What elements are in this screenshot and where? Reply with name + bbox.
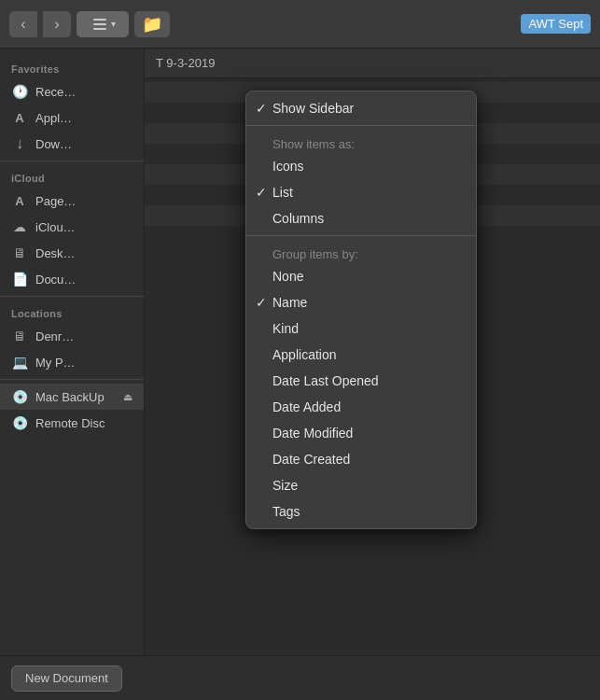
view-dropdown-menu: Show Sidebar Show items as: Icons List C… (245, 91, 477, 529)
bottom-bar: New Document (0, 655, 600, 700)
sidebar-item-my-pc[interactable]: 💻 My P… (0, 349, 144, 375)
menu-item-list[interactable]: List (246, 179, 476, 205)
back-button[interactable]: ‹ (9, 11, 37, 37)
folder-add-icon: 📁 (142, 14, 162, 35)
sidebar-divider-3 (0, 379, 144, 380)
disc-icon: 💿 (11, 388, 28, 405)
menu-label-show-sidebar: Show Sidebar (272, 101, 354, 116)
menu-item-date-created[interactable]: Date Created (246, 446, 476, 472)
toolbar-right: AWT Sept (521, 14, 591, 34)
menu-label-kind: Kind (272, 321, 299, 336)
menu-item-none[interactable]: None (246, 263, 476, 289)
menu-label-tags: Tags (272, 504, 300, 519)
menu-divider-2 (246, 235, 476, 236)
menu-item-kind[interactable]: Kind (246, 315, 476, 342)
laptop-icon: 💻 (11, 354, 28, 371)
menu-item-date-last-opened[interactable]: Date Last Opened (246, 368, 476, 394)
menu-label-size: Size (272, 478, 298, 493)
icloud-section-label: iCloud (0, 165, 144, 188)
sidebar-label-pages: Page… (35, 194, 76, 208)
pages-icon: A (11, 192, 28, 209)
folder-tag: AWT Sept (521, 14, 591, 34)
sidebar: Favorites 🕐 Rece… A Appl… ↓ Dow… iCloud … (0, 49, 145, 655)
sidebar-label-documents: Docu… (35, 273, 76, 287)
menu-label-name: Name (272, 295, 307, 310)
sidebar-label-recents: Rece… (35, 85, 76, 99)
forward-button[interactable]: › (43, 11, 71, 37)
main-header-text: T 9-3-2019 (156, 56, 215, 70)
sidebar-item-denver[interactable]: 🖥 Denr… (0, 323, 144, 349)
new-document-button[interactable]: New Document (11, 665, 122, 692)
documents-icon: 📄 (11, 271, 28, 287)
toolbar: ‹ › ▾ 📁 AWT Sept (0, 0, 600, 49)
new-document-label: New Document (25, 671, 108, 685)
menu-label-group-items: Group items by: (246, 240, 476, 263)
sidebar-item-recents[interactable]: 🕐 Rece… (0, 78, 144, 105)
desktop-icon: 🖥 (11, 245, 28, 261)
sidebar-label-downloads: Dow… (35, 137, 72, 151)
sidebar-item-desktop[interactable]: 🖥 Desk… (0, 240, 144, 266)
chevron-down-icon: ▾ (111, 19, 116, 29)
back-icon: ‹ (21, 16, 25, 33)
menu-label-date-created: Date Created (272, 452, 350, 467)
sidebar-divider-2 (0, 296, 144, 297)
icloud-icon: ☁ (11, 218, 28, 235)
sidebar-item-applications[interactable]: A Appl… (0, 105, 144, 131)
menu-label-show-items-as: Show items as: (246, 130, 476, 153)
finder-window: ‹ › ▾ 📁 AWT Sept Favorites 🕐 (0, 0, 600, 700)
main-area: T 9-3-2019 Show Sidebar Show item (145, 49, 600, 655)
menu-item-tags[interactable]: Tags (246, 498, 476, 525)
menu-item-size[interactable]: Size (246, 472, 476, 498)
sidebar-item-mac-backup[interactable]: 💿 Mac BackUp ⏏ (0, 384, 144, 410)
menu-divider-1 (246, 125, 476, 126)
sidebar-label-denver: Denr… (35, 329, 74, 343)
menu-label-icons: Icons (272, 159, 303, 174)
computer-icon: 🖥 (11, 328, 28, 344)
content-area: Favorites 🕐 Rece… A Appl… ↓ Dow… iCloud … (0, 49, 600, 655)
menu-item-date-modified[interactable]: Date Modified (246, 420, 476, 446)
menu-item-date-added[interactable]: Date Added (246, 394, 476, 420)
group-items-text: Group items by: (272, 247, 358, 261)
menu-item-application[interactable]: Application (246, 342, 476, 368)
menu-label-list: List (272, 185, 293, 200)
locations-section-label: Locations (0, 301, 144, 323)
sidebar-item-remote-disc[interactable]: 💿 Remote Disc (0, 410, 144, 436)
menu-label-date-added: Date Added (272, 399, 341, 414)
menu-label-application: Application (272, 347, 337, 362)
sidebar-label-remote-disc: Remote Disc (35, 416, 105, 430)
sidebar-label-icloud: iClou… (35, 220, 76, 234)
menu-label-date-modified: Date Modified (272, 426, 353, 441)
sidebar-item-pages[interactable]: A Page… (0, 188, 144, 214)
menu-item-show-sidebar[interactable]: Show Sidebar (246, 95, 476, 121)
menu-item-name[interactable]: Name (246, 289, 476, 315)
recents-icon: 🕐 (11, 83, 28, 100)
show-items-as-text: Show items as: (272, 137, 355, 151)
sidebar-item-downloads[interactable]: ↓ Dow… (0, 131, 144, 157)
sidebar-label-desktop: Desk… (35, 246, 76, 260)
sidebar-label-my-pc: My P… (35, 356, 76, 370)
remote-disc-icon: 💿 (11, 414, 28, 431)
main-header: T 9-3-2019 (145, 49, 600, 78)
menu-label-date-last-opened: Date Last Opened (272, 373, 379, 388)
sidebar-label-mac-backup: Mac BackUp (35, 390, 116, 404)
menu-item-columns[interactable]: Columns (246, 205, 476, 231)
favorites-section-label: Favorites (0, 56, 144, 78)
forward-icon: › (54, 16, 59, 33)
menu-item-icons[interactable]: Icons (246, 153, 476, 179)
sidebar-divider-1 (0, 161, 144, 161)
menu-label-none: None (272, 269, 303, 284)
downloads-icon: ↓ (11, 135, 28, 152)
hamburger-icon (91, 16, 109, 33)
sidebar-item-documents[interactable]: 📄 Docu… (0, 266, 144, 292)
sidebar-label-applications: Appl… (35, 111, 72, 125)
applications-icon: A (11, 109, 28, 126)
view-menu-button[interactable]: ▾ (77, 11, 129, 37)
new-folder-button[interactable]: 📁 (134, 11, 170, 37)
sidebar-item-icloud-drive[interactable]: ☁ iClou… (0, 214, 144, 240)
eject-icon: ⏏ (123, 391, 133, 403)
menu-label-columns: Columns (272, 211, 324, 226)
